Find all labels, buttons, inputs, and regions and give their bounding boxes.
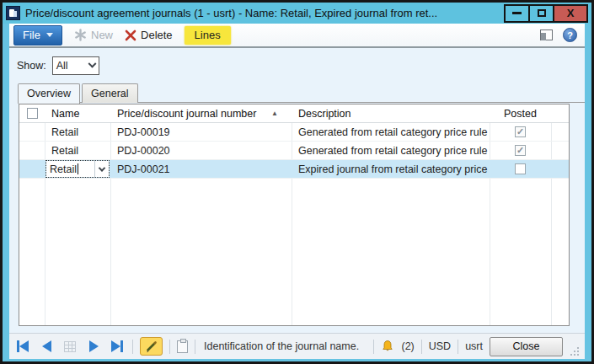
chevron-down-icon — [99, 164, 105, 171]
column-header-journal-number-label: Price/discount journal number — [117, 108, 256, 120]
table-row[interactable]: Retail PDJ-00020 Generated from retail c… — [19, 142, 569, 160]
tab-general[interactable]: General — [82, 83, 137, 103]
separator — [421, 340, 422, 354]
minimize-button[interactable] — [504, 4, 530, 23]
toolbar: File New — [9, 24, 585, 48]
show-label: Show: — [17, 60, 46, 72]
show-dropdown[interactable]: All — [52, 56, 99, 75]
title-bar[interactable]: Price/discount agreement journals (1 - u… — [3, 3, 591, 24]
layout-pane-icon[interactable] — [540, 29, 553, 40]
lines-button-label: Lines — [185, 26, 231, 45]
separator — [458, 340, 458, 354]
last-record-button[interactable] — [109, 339, 126, 354]
new-button-label: New — [91, 29, 113, 41]
cell-name[interactable]: Retail — [45, 123, 110, 141]
tab-overview[interactable]: Overview — [18, 83, 80, 104]
app-window: Price/discount agreement journals (1 - u… — [0, 0, 594, 364]
separator — [132, 340, 133, 354]
triangle-left-icon — [19, 340, 29, 352]
cell-journal-number[interactable]: PDJ-00021 — [110, 160, 292, 178]
file-menu-button[interactable]: File — [13, 25, 62, 46]
pencil-icon — [145, 340, 158, 353]
lines-button[interactable]: Lines — [185, 26, 231, 45]
tab-strip: Overview General — [18, 83, 585, 103]
journal-grid: Name Price/discount journal number ▲ Des… — [19, 104, 570, 326]
triangle-right-icon — [111, 340, 120, 352]
cell-journal-number[interactable]: PDJ-00020 — [110, 142, 292, 159]
cell-description[interactable]: Generated from retail category price rul… — [292, 123, 490, 141]
maximize-button[interactable] — [528, 4, 554, 23]
posted-checkbox-checked: ✓ — [515, 145, 526, 156]
column-header-description[interactable]: Description — [292, 104, 490, 122]
star-icon — [74, 29, 87, 41]
cell-name[interactable]: Retail — [45, 142, 110, 159]
notification-count[interactable]: (2) — [401, 340, 414, 352]
help-glyph: ? — [567, 30, 573, 40]
filter-row: Show: All — [17, 56, 99, 75]
column-header-posted[interactable]: Posted — [490, 104, 551, 122]
clipboard-icon[interactable] — [177, 340, 188, 353]
last-record-icon — [120, 340, 123, 352]
user-indicator: usrt — [465, 340, 483, 352]
table-row[interactable]: Retail PDJ-00019 Generated from retail c… — [19, 123, 569, 142]
previous-record-button[interactable] — [38, 339, 55, 354]
close-window-button[interactable]: X — [553, 4, 588, 23]
window-title: Price/discount agreement journals (1 - u… — [25, 7, 437, 19]
new-button: New — [74, 29, 113, 41]
next-record-button[interactable] — [85, 339, 102, 354]
status-bar: Identification of the journal name. (2) … — [9, 333, 585, 359]
column-header-name[interactable]: Name — [45, 104, 110, 122]
grid-icon — [64, 341, 76, 352]
separator — [195, 340, 195, 354]
select-all-checkbox[interactable] — [27, 108, 38, 119]
grid-view-button — [62, 339, 78, 354]
triangle-right-icon — [89, 340, 99, 352]
posted-checkbox-unchecked[interactable] — [515, 163, 526, 174]
delete-button[interactable]: Delete — [125, 29, 173, 41]
minimize-icon — [512, 12, 522, 14]
help-icon[interactable]: ? — [563, 28, 577, 42]
app-icon — [6, 6, 20, 20]
edit-mode-toggle[interactable] — [140, 337, 163, 356]
name-combobox-input[interactable]: Retail — [46, 163, 94, 175]
file-menu-label: File — [23, 29, 40, 41]
cell-journal-number[interactable]: PDJ-00019 — [110, 123, 292, 141]
close-icon: X — [567, 7, 575, 19]
text-caret — [78, 163, 78, 174]
resize-grip[interactable] — [570, 346, 580, 356]
first-record-button[interactable] — [14, 339, 31, 354]
cell-description[interactable]: Expired journal from retail category pri… — [292, 160, 490, 178]
maximize-icon — [538, 9, 546, 17]
delete-x-icon — [125, 29, 136, 41]
separator — [169, 340, 170, 354]
name-combobox-value: Retail — [50, 163, 77, 175]
name-combobox-dropdown-button[interactable] — [94, 161, 109, 177]
grid-header-row: Name Price/discount journal number ▲ Des… — [19, 104, 569, 123]
show-dropdown-value: All — [56, 60, 68, 72]
cell-description[interactable]: Generated from retail category price rul… — [292, 142, 490, 159]
sort-ascending-icon: ▲ — [271, 110, 278, 117]
notifications-bell-icon[interactable] — [381, 340, 394, 353]
name-combobox[interactable]: Retail — [46, 161, 109, 177]
chevron-down-icon — [88, 59, 96, 67]
currency-indicator: USD — [429, 340, 451, 352]
client-area: File New — [9, 24, 585, 359]
posted-checkbox-checked: ✓ — [515, 126, 526, 137]
close-button[interactable]: Close — [490, 337, 563, 356]
delete-button-label: Delete — [141, 29, 173, 41]
triangle-left-icon — [42, 340, 51, 352]
table-row-selected[interactable]: Retail PDJ-00021 Expired journal from re… — [19, 160, 569, 179]
separator — [373, 340, 374, 354]
column-header-journal-number[interactable]: Price/discount journal number ▲ — [110, 104, 292, 122]
chevron-down-icon — [46, 33, 53, 37]
status-help-text: Identification of the journal name. — [204, 340, 359, 352]
